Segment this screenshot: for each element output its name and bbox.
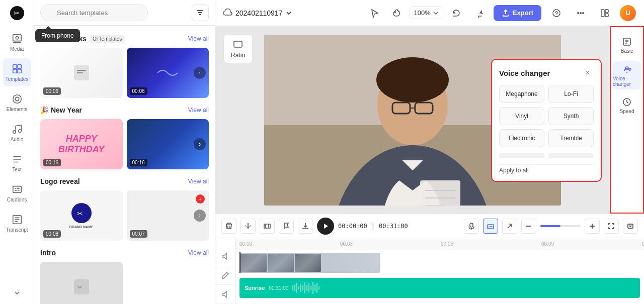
video-track-block[interactable] bbox=[239, 253, 380, 273]
undo-btn[interactable] bbox=[447, 4, 465, 22]
right-panel-speed[interactable]: Speed bbox=[613, 91, 641, 120]
download-btn[interactable] bbox=[298, 219, 313, 234]
project-name[interactable]: 202402110917 bbox=[223, 9, 292, 18]
trim-btn[interactable] bbox=[260, 219, 275, 234]
more-btn[interactable] bbox=[572, 4, 590, 22]
right-panel-voice-changer[interactable]: Voice changer bbox=[613, 61, 641, 89]
fullscreen-btn[interactable] bbox=[604, 219, 619, 234]
chevron-down-icon bbox=[433, 10, 439, 16]
template-arrow[interactable]: › bbox=[194, 67, 206, 79]
new-year-view-all[interactable]: View all bbox=[188, 107, 209, 114]
svg-rect-12 bbox=[13, 186, 21, 192]
svg-rect-53 bbox=[296, 283, 297, 293]
sidebar-item-templates[interactable]: Templates bbox=[3, 58, 31, 86]
export-btn[interactable]: Export bbox=[494, 5, 541, 21]
ruler-mark: 00:00 bbox=[239, 241, 252, 247]
template-card[interactable]: HAPPYBIRTHDAY 00:16 bbox=[40, 119, 123, 169]
template-arrow[interactable]: › bbox=[194, 138, 206, 150]
fit-btn[interactable] bbox=[623, 219, 638, 234]
help-btn[interactable] bbox=[547, 4, 566, 22]
vc-close-btn[interactable]: × bbox=[582, 67, 594, 79]
svg-point-11 bbox=[18, 129, 21, 132]
right-panel-speed-label: Speed bbox=[620, 109, 634, 114]
ol-badge: Ol Templates bbox=[90, 35, 125, 43]
export-icon bbox=[502, 9, 510, 17]
vc-effect-synth[interactable]: Synth bbox=[548, 107, 594, 125]
svg-text:✂: ✂ bbox=[77, 210, 83, 218]
filter-button[interactable] bbox=[192, 4, 209, 21]
audio-track-block[interactable]: Sunrise 00:31:00 bbox=[239, 278, 640, 298]
sidebar-media-label: Media bbox=[10, 46, 24, 52]
sidebar-transcript-label: Transcript bbox=[6, 227, 28, 233]
sidebar-collapse-btn[interactable] bbox=[3, 286, 31, 300]
right-panel-basic[interactable]: Basic bbox=[613, 31, 641, 59]
intro-view-all[interactable]: View all bbox=[188, 249, 209, 256]
volume-track-label[interactable] bbox=[215, 247, 235, 266]
template-card[interactable]: 00:06 bbox=[40, 48, 123, 98]
from-phone-tooltip: From phone bbox=[35, 29, 80, 42]
zoom-fill bbox=[540, 225, 560, 227]
template-card[interactable]: 00:06 › bbox=[127, 48, 209, 98]
svg-point-20 bbox=[578, 12, 579, 13]
svg-rect-57 bbox=[304, 282, 305, 293]
layout-btn[interactable] bbox=[596, 4, 614, 22]
magic-btn[interactable] bbox=[502, 219, 517, 234]
pencil-track-label[interactable] bbox=[215, 266, 235, 285]
ratio-button[interactable]: Ratio bbox=[223, 34, 253, 63]
template-card[interactable]: 00:16 › bbox=[127, 119, 209, 169]
sidebar-item-transcript[interactable]: Transcript bbox=[3, 209, 31, 237]
cloud-icon bbox=[223, 9, 232, 18]
flag-btn[interactable] bbox=[279, 219, 294, 234]
vc-effect-vinyl[interactable]: Vinyl bbox=[499, 107, 544, 125]
template-card[interactable]: + 00:07 › bbox=[127, 190, 209, 241]
vc-effect-label: Tremble bbox=[560, 135, 582, 142]
sidebar-templates-label: Templates bbox=[6, 76, 29, 82]
logo-reveal-view-all[interactable]: View all bbox=[188, 178, 209, 185]
sidebar-item-text[interactable]: Text bbox=[3, 149, 31, 177]
svg-rect-7 bbox=[17, 69, 21, 72]
vc-effect-label: Lo-Fi bbox=[564, 90, 578, 97]
user-avatar[interactable]: U bbox=[620, 5, 636, 21]
play-btn[interactable] bbox=[317, 218, 334, 235]
zoom-selector[interactable]: 100% bbox=[410, 7, 443, 19]
zoom-bar[interactable] bbox=[540, 225, 581, 227]
sidebar-item-captions[interactable]: Captions bbox=[3, 179, 31, 207]
sidebar-item-audio[interactable]: Audio bbox=[3, 119, 31, 147]
ruler-mark: 00:06 bbox=[441, 241, 453, 247]
redo-btn[interactable] bbox=[469, 4, 488, 22]
mic-btn[interactable] bbox=[464, 219, 479, 234]
sidebar-item-elements[interactable]: Elements bbox=[3, 88, 31, 117]
intro-grid: ✂ bbox=[40, 262, 209, 304]
sidebar-item-media[interactable]: Media bbox=[3, 28, 31, 56]
delete-btn[interactable] bbox=[221, 219, 236, 234]
vc-effect-lo-fi[interactable]: Lo-Fi bbox=[548, 85, 594, 103]
svg-text:✂: ✂ bbox=[14, 9, 20, 17]
main-area: 202402110917 100% bbox=[215, 0, 644, 304]
minus-zoom[interactable] bbox=[521, 219, 536, 234]
search-input[interactable] bbox=[40, 4, 148, 21]
audio-volume-label[interactable] bbox=[215, 285, 235, 304]
vc-effect-electronic[interactable]: Electronic bbox=[499, 129, 544, 147]
editors-picks-view-all[interactable]: View all bbox=[188, 35, 209, 42]
template-card[interactable]: ✂ bbox=[40, 262, 123, 304]
split-btn[interactable] bbox=[240, 219, 256, 234]
svg-rect-2 bbox=[13, 34, 21, 41]
vc-effect-label: Synth bbox=[564, 113, 579, 120]
plus-zoom[interactable] bbox=[585, 219, 600, 234]
vc-effect-megaphone[interactable]: Megaphone bbox=[499, 85, 544, 103]
svg-rect-5 bbox=[17, 64, 21, 68]
vc-apply-all[interactable]: Apply to all bbox=[499, 164, 594, 174]
vc-effect-tremble[interactable]: Tremble bbox=[548, 129, 594, 147]
app-logo[interactable]: ✂ bbox=[8, 4, 26, 22]
zoom-value: 100% bbox=[414, 9, 431, 17]
template-card[interactable]: ✂ BRAND NAME 00:08 bbox=[40, 190, 123, 241]
caption-btn[interactable] bbox=[483, 219, 498, 234]
svg-rect-36 bbox=[420, 180, 460, 206]
ratio-icon bbox=[232, 39, 244, 50]
logo-reveal-title: Logo reveal bbox=[40, 177, 80, 185]
hand-tool-btn[interactable] bbox=[387, 4, 406, 22]
template-arrow[interactable]: › bbox=[194, 210, 206, 222]
cursor-tool-btn[interactable] bbox=[365, 4, 383, 22]
ratio-label: Ratio bbox=[231, 52, 245, 59]
timeline-ruler: 00:00 00:03 00:06 00:09 00:12 bbox=[235, 238, 644, 250]
